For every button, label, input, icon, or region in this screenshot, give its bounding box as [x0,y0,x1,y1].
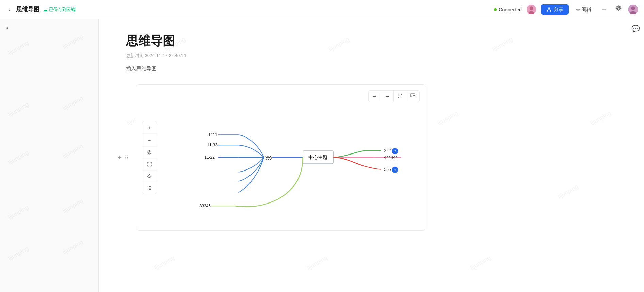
sidebar-collapse-button[interactable]: « [5,25,9,31]
watermark: lijunping [306,254,329,272]
node-555-label: 555 [384,167,391,172]
connected-dot [494,8,497,11]
watermark: lijunping [61,287,93,292]
add-block-button[interactable]: + [116,153,123,163]
svg-line-6 [547,8,549,11]
watermark: lijunping [61,236,93,262]
watermark: lijunping [61,194,93,221]
cloud-save-label: 已保存到云端 [49,6,76,13]
edit-button[interactable]: ✏ 编辑 [573,4,595,15]
edge-center-222 [333,151,364,157]
watermark: lijunping [7,242,35,262]
back-button[interactable]: ‹ [5,4,13,14]
edit-label: 编辑 [582,6,591,13]
svg-line-7 [549,8,551,11]
watermark: lijunping [61,92,93,118]
center-node-label: 中心主题 [308,155,327,160]
watermark: lijunping [153,254,176,272]
settings-button[interactable] [613,4,624,15]
collaborator-avatars [526,4,537,15]
connected-label: Connected [499,7,522,12]
page-title: 思维导图 [16,5,39,13]
sidebar: « lijunping lijunping lijunping lijunpin… [0,19,99,292]
node-1122-label: 11-22 [204,155,215,160]
share-button[interactable]: 分享 [541,4,569,15]
cloud-icon: ☁ [43,7,48,12]
topbar-right: Connected 分享 ✏ 编辑 ··· [494,4,639,15]
topbar-left: ‹ 思维导图 ☁ 已保存到云端 [5,4,76,14]
watermark: lijunping [7,98,35,118]
watermark: lijunping [61,140,93,166]
insert-label: 插入思维导图 [126,66,617,72]
watermark: lijunping [7,36,35,56]
connection-status: Connected [494,7,522,12]
more-button[interactable]: ··· [599,4,609,14]
comment-button[interactable]: 💬 [631,25,640,33]
share-label: 分享 [554,6,563,13]
mindmap-container[interactable]: ↩ ↪ ⛶ + − [136,84,425,231]
node-33345-label: 33345 [199,204,211,208]
document-meta: 更新时间 2024-11-17 22:40:14 [126,53,617,59]
user-avatar[interactable] [628,4,639,15]
watermark: lijunping [7,146,35,166]
svg-point-10 [631,6,635,10]
watermark: lijunping [7,200,35,221]
edge-555-end [364,166,381,169]
collaborator-avatar[interactable] [526,4,537,15]
node-222-label: 222 [384,148,391,153]
pencil-icon: ✏ [576,7,580,12]
mindmap-outer: + ⠿ ↩ ↪ ⛶ [99,84,644,231]
cloud-save-status: ☁ 已保存到云端 [43,6,76,13]
svg-point-1 [530,6,533,10]
drag-handle-button[interactable]: ⠿ [123,153,130,162]
node-1111-label: 1111 [208,132,218,137]
mindmap-svg: 中心主题 yyy 11-22 11-33 [136,85,425,230]
edge-center-33345 [235,157,303,207]
comment-icon-area: 💬 [631,25,640,33]
settings-icon [615,5,622,13]
sidebar-watermark-grid: lijunping lijunping lijunping lijunping … [0,19,98,292]
badge-555-label: 3 [394,168,396,172]
watermark: lijunping [469,254,493,272]
yyy-node-label: yyy [265,155,272,160]
node-444444-label: 444444 [384,155,398,160]
avatar-image [527,4,536,15]
document-header: 思维导图 更新时间 2024-11-17 22:40:14 插入思维导图 [99,19,644,84]
edge-center-555 [333,157,364,166]
main-layout: « lijunping lijunping lijunping lijunpin… [0,19,644,292]
topbar: ‹ 思维导图 ☁ 已保存到云端 Connected 分享 ✏ [0,0,644,19]
watermark: lijunping [61,30,93,56]
user-avatar-image [628,4,638,15]
share-icon [546,7,552,12]
edge-yyy-lower2 [239,157,264,181]
node-1133-label: 11-33 [207,143,218,147]
badge-222-label: 3 [394,149,396,153]
document-title: 思维导图 [126,33,617,49]
main-content: lijunping lijunping lijunping lijunping … [99,19,644,292]
edge-yyy-1133 [239,145,264,157]
